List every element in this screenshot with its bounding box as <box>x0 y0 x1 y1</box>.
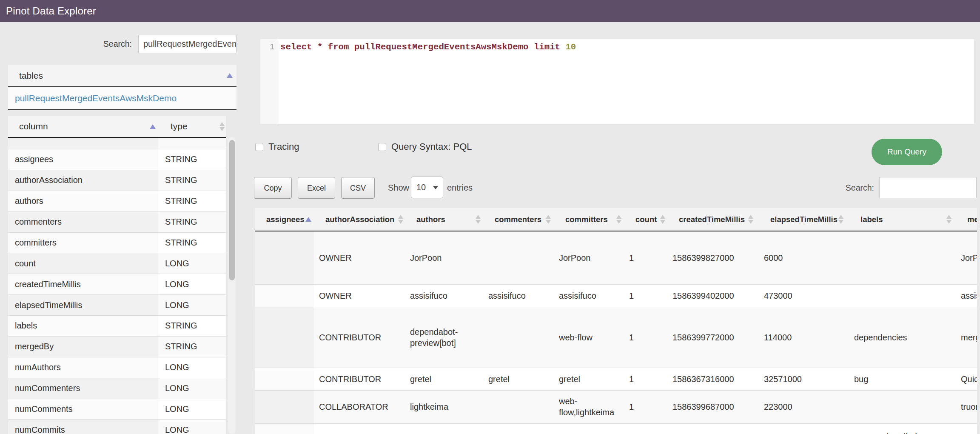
cell-labels <box>849 390 956 424</box>
schema-type-cell: LONG <box>158 357 226 378</box>
schema-type-cell: LONG <box>158 399 226 420</box>
sort-both-icon <box>616 215 622 224</box>
entries-label: entries <box>447 177 473 199</box>
schema-table: column type assignees STRING <box>8 116 226 434</box>
page-size-select[interactable]: 10 <box>411 177 443 198</box>
cell-mergedBy: mergify[bot] <box>956 307 977 368</box>
cell-createdTimeMillis: 1586399827000 <box>667 231 759 284</box>
results-search-input[interactable] <box>879 177 977 198</box>
cell-committers: JorPoon <box>554 231 624 284</box>
cell-mergedBy: QuickSander <box>956 368 977 390</box>
schema-column-header[interactable]: column <box>8 116 158 137</box>
cell-authorAssociation: COLLABORATOR <box>314 390 405 424</box>
sidebar-search-input[interactable] <box>138 35 236 53</box>
cell-elapsedTimeMillis: 114000 <box>759 307 849 368</box>
run-query-button[interactable]: Run Query <box>872 139 942 165</box>
cell-assignees <box>255 307 314 368</box>
results-search-label: Search: <box>810 177 874 199</box>
editor-code-line[interactable]: select * from pullRequestMergedEventsAws… <box>280 41 971 54</box>
sort-both-icon <box>838 215 844 224</box>
cell-assignees <box>255 368 314 390</box>
cell-createdTimeMillis: 1586399772000 <box>667 307 759 368</box>
cell-assignees <box>255 390 314 424</box>
cell-labels: dependencies <box>849 307 956 368</box>
schema-row: authors STRING <box>8 191 226 211</box>
pql-syntax-label[interactable]: Query Syntax: PQL <box>391 141 472 152</box>
results-header-createdTimeMillis[interactable]: createdTimeMillis <box>667 208 759 231</box>
excel-button[interactable]: Excel <box>298 177 335 199</box>
results-table: assignees authorAssociation authors comm… <box>255 208 977 434</box>
schema-row: numComments LONG <box>8 399 226 420</box>
schema-column-cell: elapsedTimeMillis <box>8 295 158 316</box>
cell-assignees <box>255 231 314 284</box>
cell-commenters <box>483 307 554 368</box>
schema-row: numCommenters LONG <box>8 378 226 399</box>
query-editor[interactable]: 1 select * from pullRequestMergedEventsA… <box>260 39 974 124</box>
schema-row <box>8 137 226 149</box>
app-title: Pinot Data Explorer <box>6 0 96 22</box>
table-name-link[interactable]: pullRequestMergedEventsAwsMskDemo <box>15 93 177 103</box>
cell-mergedBy: assisifuco <box>956 284 977 307</box>
page-size-value: 10 <box>416 177 426 197</box>
schema-scrollbar-thumb[interactable] <box>229 140 235 280</box>
schema-row: committers STRING <box>8 232 226 253</box>
cell-labels <box>849 284 956 307</box>
schema-row: count LONG <box>8 253 226 274</box>
schema-type-cell: LONG <box>158 274 226 295</box>
cell-elapsedTimeMillis: 32571000 <box>759 368 849 390</box>
cell-commenters: assisifuco <box>483 284 554 307</box>
results-header-count[interactable]: count <box>624 208 667 231</box>
sort-ascending-icon <box>305 217 311 222</box>
schema-type-cell: STRING <box>158 191 226 211</box>
tracing-label[interactable]: Tracing <box>268 141 299 152</box>
cell-count: 1 <box>624 231 667 284</box>
schema-type-cell: STRING <box>158 149 226 170</box>
results-row: CONTRIBUTOR gretel gretel gretel 1 15863… <box>255 368 977 390</box>
results-header-authorAssociation[interactable]: authorAssociation <box>314 208 405 231</box>
table-list-item[interactable]: pullRequestMergedEventsAwsMskDemo <box>8 87 236 110</box>
schema-type-header[interactable]: type <box>158 116 226 137</box>
cell-authors <box>405 424 483 434</box>
results-row: CONTRIBUTOR dependabot-preview[bot] web-… <box>255 307 977 368</box>
results-header-commenters[interactable]: commenters <box>483 208 554 231</box>
csv-button[interactable]: CSV <box>341 177 375 199</box>
results-row: OWNER JorPoon JorPoon 1 1586399827000 60… <box>255 231 977 284</box>
select-caret-icon <box>433 186 438 189</box>
cell-committers: gretel <box>554 368 624 390</box>
schema-scrollbar-track[interactable] <box>228 137 236 434</box>
cell-authorAssociation <box>314 424 405 434</box>
pql-syntax-checkbox[interactable] <box>378 143 386 151</box>
sidebar-search-label: Search: <box>55 35 132 53</box>
cell-count: 1 <box>624 390 667 424</box>
copy-button[interactable]: Copy <box>254 177 292 199</box>
cell-count <box>624 424 667 434</box>
results-header-mergedBy[interactable]: mergedBy <box>956 208 977 231</box>
results-header-committers[interactable]: committers <box>554 208 624 231</box>
schema-type-cell: STRING <box>158 336 226 357</box>
cell-authors: assisifuco <box>405 284 483 307</box>
sort-ascending-icon <box>227 73 233 78</box>
cell-createdTimeMillis <box>667 424 759 434</box>
schema-column-cell: authors <box>8 191 158 211</box>
results-header-labels[interactable]: labels <box>849 208 956 231</box>
schema-type-cell: LONG <box>158 295 226 316</box>
cell-authors: dependabot-preview[bot] <box>405 307 483 368</box>
cell-mergedBy: JorPoon <box>956 231 977 284</box>
sort-ascending-icon <box>150 124 156 129</box>
schema-column-cell: count <box>8 253 158 274</box>
cell-authorAssociation: OWNER <box>314 231 405 284</box>
tracing-checkbox[interactable] <box>255 143 263 151</box>
tables-panel-header[interactable]: tables <box>8 65 236 87</box>
schema-table-body: assignees STRING authorAssociation STRIN… <box>8 137 226 434</box>
schema-type-cell: STRING <box>158 316 226 337</box>
cell-commenters <box>483 231 554 284</box>
results-header-authors[interactable]: authors <box>405 208 483 231</box>
sort-both-icon <box>660 215 666 224</box>
results-header-assignees[interactable]: assignees <box>255 208 314 231</box>
schema-row: mergedBy STRING <box>8 336 226 357</box>
sql-query-text: select * from pullRequestMergedEventsAws… <box>280 42 565 52</box>
schema-row: authorAssociation STRING <box>8 170 226 191</box>
results-header-elapsedTimeMillis[interactable]: elapsedTimeMillis <box>759 208 849 231</box>
schema-column-cell: commenters <box>8 211 158 232</box>
schema-column-cell <box>8 137 158 149</box>
